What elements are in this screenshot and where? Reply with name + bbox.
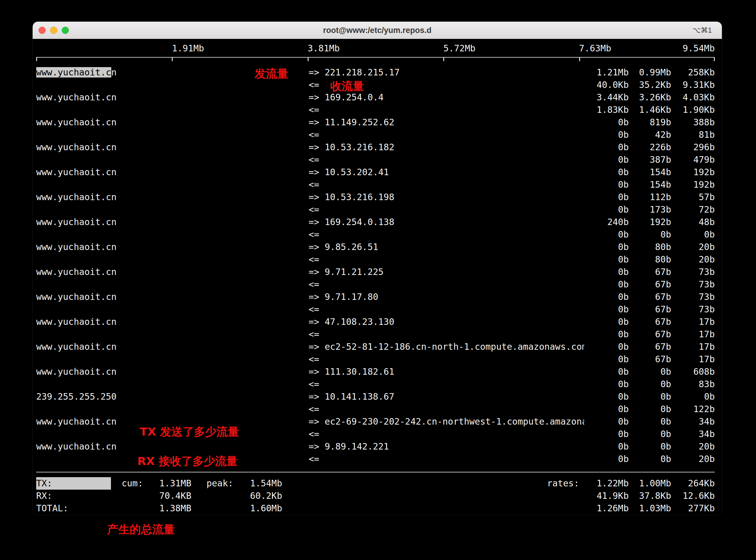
rate-40s: 73b bbox=[671, 266, 715, 278]
connection-row: www.yuchaoit.cn => 221.218.215.17 1.21Mb… bbox=[36, 66, 715, 91]
rate-2s: 0b bbox=[584, 141, 629, 154]
rate-10s: 67b bbox=[629, 328, 671, 341]
tx-line: www.yuchaoit.cn => 169.254.0.4 3.44Kb 3.… bbox=[36, 91, 715, 104]
rx-peak-value: 60.2Kb bbox=[230, 489, 282, 502]
rate-40s: 17b bbox=[671, 316, 715, 328]
tx-total-row: TX: cum: 1.31MB peak: 1.54Mb rates: 1.22… bbox=[36, 477, 715, 489]
minimize-button[interactable] bbox=[50, 27, 57, 34]
rate-10s: 67b bbox=[629, 316, 671, 328]
rate-2s: 0b bbox=[584, 241, 629, 253]
tx-line: www.yuchaoit.cn => 47.108.23.130 0b 67b … bbox=[36, 316, 715, 328]
scale-tick bbox=[579, 57, 580, 61]
rate-10s: 0b bbox=[629, 415, 671, 428]
local-host: www.yuchaoit.cn bbox=[36, 166, 309, 178]
rate-2s: 3.44Kb bbox=[584, 91, 629, 104]
rate-40s: 73b bbox=[671, 291, 715, 303]
rx-arrow: <= bbox=[309, 203, 584, 216]
rx-label: RX: bbox=[36, 489, 122, 502]
local-host: www.yuchaoit.cn bbox=[36, 91, 309, 104]
rate-10s: 67b bbox=[629, 303, 671, 316]
scale-label: 1.91Mb bbox=[172, 43, 204, 54]
rx-arrow: <= bbox=[309, 178, 584, 191]
rx-line: <= 0b 67b 17b bbox=[36, 328, 715, 341]
local-host: www.yuchaoit.cn bbox=[36, 216, 309, 228]
rate-40s: 17b bbox=[671, 328, 715, 341]
rx-line: <= 0b 0b 0b bbox=[36, 228, 715, 241]
rate-10s: 67b bbox=[629, 278, 671, 291]
rate-10s: 0b bbox=[629, 403, 671, 415]
rx-line: <= 0b 42b 81b bbox=[36, 128, 715, 141]
terminal-content[interactable]: 1.91Mb 3.81Mb 5.72Mb 7.63Mb 9.54Mb www.y… bbox=[33, 39, 722, 515]
tx-rate-40s: 264Kb bbox=[671, 477, 715, 489]
tx-line: www.yuchaoit.cn => 10.53.216.182 0b 226b… bbox=[36, 141, 715, 154]
connection-row: www.yuchaoit.cn => ec2-52-81-12-186.cn-n… bbox=[36, 341, 715, 365]
annotation-receive-traffic: 收流量 bbox=[330, 79, 364, 94]
rx-line: <= 1.83Kb 1.46Kb 1.90Kb bbox=[36, 104, 715, 116]
rate-2s: 0b bbox=[584, 403, 629, 415]
rate-2s: 0b bbox=[584, 328, 629, 341]
rate-2s: 0b bbox=[584, 266, 629, 278]
annotation-tx-sent: TX 发送了多少流量 bbox=[140, 424, 239, 439]
tx-rate-2s: 1.22Mb bbox=[584, 477, 629, 489]
rate-10s: 173b bbox=[629, 203, 671, 216]
totals-footer: TX: cum: 1.31MB peak: 1.54Mb rates: 1.22… bbox=[36, 472, 715, 515]
bandwidth-scale-ruler: 1.91Mb 3.81Mb 5.72Mb 7.63Mb 9.54Mb bbox=[36, 39, 715, 58]
rate-40s: 73b bbox=[671, 278, 715, 291]
local-host: www.yuchaoit.cn bbox=[36, 141, 309, 154]
tab-shortcut-badge: ⌥⌘1 bbox=[693, 22, 712, 39]
rx-line: <= 0b 0b 122b bbox=[36, 403, 715, 415]
remote-host: => 11.149.252.62 bbox=[309, 116, 584, 128]
remote-host: => 221.218.215.17 bbox=[309, 66, 584, 79]
remote-host: => 10.141.138.67 bbox=[309, 391, 584, 403]
rate-10s: 819b bbox=[629, 116, 671, 128]
connection-row: www.yuchaoit.cn => 10.53.216.182 0b 226b… bbox=[36, 141, 715, 166]
scale-label: 9.54Mb bbox=[683, 43, 715, 54]
tx-line: www.yuchaoit.cn => 9.71.17.80 0b 67b 73b bbox=[36, 291, 715, 303]
annotation-send-traffic: 发流量 bbox=[255, 66, 288, 81]
rx-arrow: <= bbox=[309, 328, 584, 341]
rates-label: rates: bbox=[547, 477, 579, 489]
rate-2s: 0b bbox=[584, 166, 629, 178]
remote-host: => 9.71.17.80 bbox=[309, 291, 584, 303]
rate-10s: 112b bbox=[629, 191, 671, 203]
rx-cum-value: 70.4KB bbox=[148, 489, 191, 502]
rate-10s: 0b bbox=[629, 378, 671, 391]
rx-line: <= 0b 0b 34b bbox=[36, 428, 715, 440]
traffic-bar-highlight: www.yuchaoit.c bbox=[36, 67, 111, 78]
rate-40s: 296b bbox=[671, 141, 715, 154]
rate-10s: 67b bbox=[629, 291, 671, 303]
rx-line: <= 0b 80b 20b bbox=[36, 253, 715, 266]
rx-arrow: <= bbox=[309, 104, 584, 116]
scale-tick bbox=[308, 57, 309, 61]
rx-line: <= 0b 154b 192b bbox=[36, 178, 715, 191]
rate-40s: 20b bbox=[671, 253, 715, 266]
rate-10s: 67b bbox=[629, 353, 671, 365]
rate-40s: 83b bbox=[671, 378, 715, 391]
rate-2s: 0b bbox=[584, 203, 629, 216]
rate-2s: 0b bbox=[584, 191, 629, 203]
rx-arrow: <= bbox=[309, 253, 584, 266]
rate-10s: 67b bbox=[629, 341, 671, 353]
rate-40s: 20b bbox=[671, 241, 715, 253]
rx-line: <= 0b 0b 83b bbox=[36, 378, 715, 391]
rate-2s: 0b bbox=[584, 228, 629, 241]
remote-host: => 9.71.21.225 bbox=[309, 266, 584, 278]
rx-arrow: <= bbox=[309, 428, 584, 440]
rx-arrow: <= bbox=[309, 128, 584, 141]
rate-2s: 0b bbox=[584, 116, 629, 128]
rate-40s: 20b bbox=[671, 440, 715, 453]
rx-arrow: <= bbox=[309, 453, 584, 465]
remote-host: => 169.254.0.138 bbox=[309, 216, 584, 228]
connection-row: www.yuchaoit.cn => ec2-69-230-202-242.cn… bbox=[36, 415, 715, 440]
rate-40s: 17b bbox=[671, 341, 715, 353]
tx-label: TX: bbox=[36, 477, 122, 489]
remote-host: => ec2-52-81-12-186.cn-north-1.compute.a… bbox=[309, 341, 584, 353]
scale-tick bbox=[714, 57, 715, 61]
rate-10s: 3.26Kb bbox=[629, 91, 671, 104]
close-button[interactable] bbox=[39, 27, 46, 34]
connection-row: 239.255.255.250 => 10.141.138.67 0b 0b 0… bbox=[36, 391, 715, 415]
tx-peak-value: 1.54Mb bbox=[230, 477, 282, 489]
rate-2s: 240b bbox=[584, 216, 629, 228]
local-host: 239.255.255.250 bbox=[36, 391, 309, 403]
zoom-button[interactable] bbox=[62, 27, 69, 34]
